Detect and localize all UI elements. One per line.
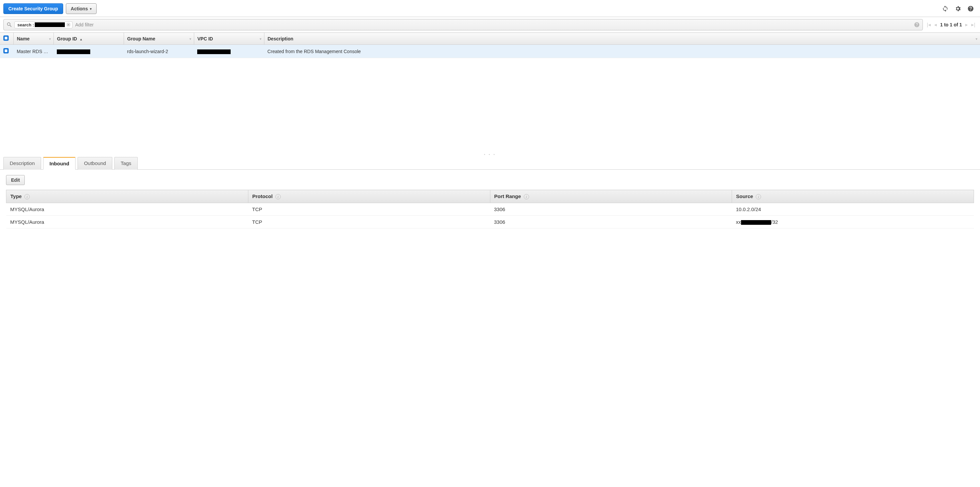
info-icon[interactable]: i xyxy=(524,194,529,200)
rule-type: MYSQL/Aurora xyxy=(6,203,248,216)
tab-tags[interactable]: Tags xyxy=(114,157,138,170)
actions-label: Actions xyxy=(71,6,88,11)
remove-chip-icon[interactable]: ✕ xyxy=(66,22,71,27)
cell-group-name: rds-launch-wizard-2 xyxy=(124,45,194,58)
chevron-down-icon: ▾ xyxy=(976,37,977,40)
col-rule-source: Source i xyxy=(732,190,974,203)
col-group-name[interactable]: Group Name ▾ xyxy=(124,33,194,45)
info-icon[interactable]: i xyxy=(756,194,761,200)
redacted-value xyxy=(35,22,65,27)
cell-description: Created from the RDS Management Console xyxy=(264,45,980,58)
search-icon xyxy=(6,22,13,28)
pagination: |◂ ◂ 1 to 1 of 1 ▸ ▸| xyxy=(926,22,977,28)
rule-protocol: TCP xyxy=(248,203,490,216)
page-prev-icon[interactable]: ◂ xyxy=(934,22,937,28)
col-vpc-id[interactable]: VPC ID ▾ xyxy=(194,33,264,45)
refresh-icon[interactable] xyxy=(942,5,948,12)
page-first-icon[interactable]: |◂ xyxy=(927,22,931,28)
gear-icon[interactable] xyxy=(955,5,961,12)
col-name[interactable]: Name ▾ xyxy=(13,33,54,45)
page-last-icon[interactable]: ▸| xyxy=(971,22,975,28)
page-next-icon[interactable]: ▸ xyxy=(965,22,968,28)
tab-description[interactable]: Description xyxy=(3,157,41,170)
rule-protocol: TCP xyxy=(248,216,490,228)
table-row[interactable]: Master RDS … rds-launch-wizard-2 Created… xyxy=(0,45,980,58)
search-chip: search : ✕ xyxy=(14,21,73,29)
pagination-text: 1 to 1 of 1 xyxy=(940,22,962,27)
select-all-checkbox[interactable] xyxy=(3,35,9,41)
row-checkbox[interactable] xyxy=(3,48,9,54)
help-icon[interactable] xyxy=(967,5,974,12)
detail-tabs: Description Inbound Outbound Tags xyxy=(0,157,980,170)
chevron-down-icon: ▾ xyxy=(90,7,92,11)
col-group-id[interactable]: Group ID ▴ xyxy=(54,33,124,45)
toolbar: Create Security Group Actions ▾ xyxy=(0,0,980,17)
chevron-down-icon: ▾ xyxy=(260,37,261,40)
col-rule-type: Type i xyxy=(6,190,248,203)
rule-type: MYSQL/Aurora xyxy=(6,216,248,228)
col-description[interactable]: Description ▾ xyxy=(264,33,980,45)
chevron-down-icon: ▾ xyxy=(189,37,191,40)
tab-outbound[interactable]: Outbound xyxy=(78,157,112,170)
info-icon[interactable]: i xyxy=(24,194,30,200)
security-groups-table: Name ▾ Group ID ▴ Group Name ▾ VPC ID ▾ … xyxy=(0,32,980,58)
create-security-group-button[interactable]: Create Security Group xyxy=(3,3,63,14)
redacted-value xyxy=(57,49,90,54)
inbound-rules-table: Type i Protocol i Port Range i Source i xyxy=(6,190,974,228)
redacted-value xyxy=(741,220,771,225)
add-filter-placeholder: Add filter xyxy=(75,22,94,27)
actions-button[interactable]: Actions ▾ xyxy=(66,3,97,14)
security-groups-table-area: Name ▾ Group ID ▴ Group Name ▾ VPC ID ▾ … xyxy=(0,32,980,153)
col-rule-port-range: Port Range i xyxy=(490,190,732,203)
rule-row: MYSQL/Aurora TCP 3306 xx/32 xyxy=(6,216,974,228)
search-chip-prefix: search : xyxy=(18,22,34,27)
sort-asc-icon: ▴ xyxy=(80,37,82,41)
rule-port-range: 3306 xyxy=(490,203,732,216)
col-checkbox xyxy=(0,33,13,45)
edit-button[interactable]: Edit xyxy=(6,175,25,185)
rule-source: xx/32 xyxy=(732,216,974,228)
split-handle[interactable]: • • • xyxy=(0,153,980,157)
filter-row: search : ✕ Add filter |◂ ◂ 1 to 1 of 1 ▸… xyxy=(0,17,980,32)
col-rule-protocol: Protocol i xyxy=(248,190,490,203)
toolbar-icons xyxy=(942,5,977,12)
search-input[interactable]: search : ✕ Add filter xyxy=(3,19,923,30)
chevron-down-icon: ▾ xyxy=(49,37,51,40)
cell-name: Master RDS … xyxy=(13,45,54,58)
rule-row: MYSQL/Aurora TCP 3306 10.0.2.0/24 xyxy=(6,203,974,216)
tab-inbound[interactable]: Inbound xyxy=(43,157,76,170)
inbound-panel: Edit Type i Protocol i Port Range i Sour… xyxy=(0,170,980,234)
search-help-icon[interactable] xyxy=(914,22,920,28)
redacted-value xyxy=(197,49,231,54)
info-icon[interactable]: i xyxy=(275,194,281,200)
cell-group-id xyxy=(54,45,124,58)
cell-vpc-id xyxy=(194,45,264,58)
rule-port-range: 3306 xyxy=(490,216,732,228)
rule-source: 10.0.2.0/24 xyxy=(732,203,974,216)
